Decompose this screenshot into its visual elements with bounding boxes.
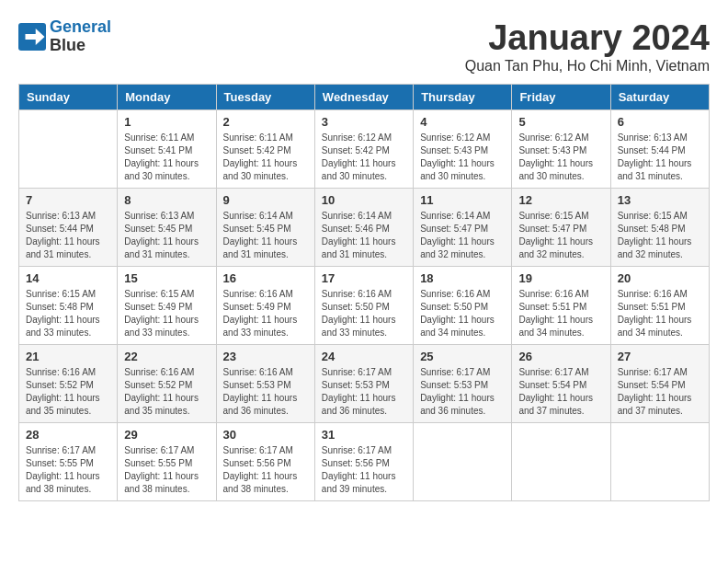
day-info: Sunrise: 6:16 AM Sunset: 5:50 PM Dayligh… xyxy=(420,288,505,339)
calendar-cell: 11Sunrise: 6:14 AM Sunset: 5:47 PM Dayli… xyxy=(414,189,512,267)
calendar-cell: 1Sunrise: 6:11 AM Sunset: 5:41 PM Daylig… xyxy=(118,110,216,189)
day-info: Sunrise: 6:16 AM Sunset: 5:52 PM Dayligh… xyxy=(26,366,110,418)
calendar-table: SundayMondayTuesdayWednesdayThursdayFrid… xyxy=(18,84,710,501)
calendar-cell: 10Sunrise: 6:14 AM Sunset: 5:46 PM Dayli… xyxy=(314,189,413,267)
day-number: 20 xyxy=(618,271,702,285)
day-number: 21 xyxy=(26,350,110,363)
day-number: 29 xyxy=(124,428,209,442)
logo-line1: General xyxy=(50,17,111,36)
week-row-2: 7Sunrise: 6:13 AM Sunset: 5:44 PM Daylig… xyxy=(19,189,710,267)
day-number: 24 xyxy=(322,350,406,363)
calendar-cell xyxy=(610,423,709,501)
column-header-friday: Friday xyxy=(512,85,610,110)
column-header-thursday: Thursday xyxy=(414,85,512,110)
calendar-cell: 20Sunrise: 6:16 AM Sunset: 5:51 PM Dayli… xyxy=(610,267,709,345)
calendar-cell: 14Sunrise: 6:15 AM Sunset: 5:48 PM Dayli… xyxy=(19,267,118,345)
day-number: 27 xyxy=(618,350,702,363)
week-row-3: 14Sunrise: 6:15 AM Sunset: 5:48 PM Dayli… xyxy=(19,267,710,345)
day-number: 12 xyxy=(518,193,603,207)
day-number: 3 xyxy=(322,115,406,129)
day-number: 31 xyxy=(322,428,406,442)
day-info: Sunrise: 6:11 AM Sunset: 5:42 PM Dayligh… xyxy=(223,132,308,183)
calendar-cell: 31Sunrise: 6:17 AM Sunset: 5:56 PM Dayli… xyxy=(314,423,413,501)
day-info: Sunrise: 6:17 AM Sunset: 5:54 PM Dayligh… xyxy=(618,366,702,418)
calendar-cell: 27Sunrise: 6:17 AM Sunset: 5:54 PM Dayli… xyxy=(610,345,709,423)
day-info: Sunrise: 6:15 AM Sunset: 5:48 PM Dayligh… xyxy=(618,210,702,261)
location-title: Quan Tan Phu, Ho Chi Minh, Vietnam xyxy=(465,58,710,75)
calendar-cell xyxy=(414,423,512,501)
week-row-1: 1Sunrise: 6:11 AM Sunset: 5:41 PM Daylig… xyxy=(19,110,710,189)
day-info: Sunrise: 6:17 AM Sunset: 5:55 PM Dayligh… xyxy=(26,444,110,496)
day-info: Sunrise: 6:13 AM Sunset: 5:44 PM Dayligh… xyxy=(618,132,702,183)
day-number: 25 xyxy=(420,350,505,363)
calendar-cell: 28Sunrise: 6:17 AM Sunset: 5:55 PM Dayli… xyxy=(19,423,118,501)
calendar-header-row: SundayMondayTuesdayWednesdayThursdayFrid… xyxy=(19,85,710,110)
day-info: Sunrise: 6:16 AM Sunset: 5:49 PM Dayligh… xyxy=(223,288,308,339)
day-number: 28 xyxy=(26,428,110,442)
day-number: 5 xyxy=(518,115,603,129)
day-number: 26 xyxy=(518,350,603,363)
day-number: 9 xyxy=(223,193,308,207)
day-number: 16 xyxy=(223,271,308,285)
calendar-cell: 25Sunrise: 6:17 AM Sunset: 5:53 PM Dayli… xyxy=(414,345,512,423)
calendar-cell: 15Sunrise: 6:15 AM Sunset: 5:49 PM Dayli… xyxy=(118,267,216,345)
title-section: January 2024 Quan Tan Phu, Ho Chi Minh, … xyxy=(465,18,710,75)
calendar-cell: 3Sunrise: 6:12 AM Sunset: 5:42 PM Daylig… xyxy=(314,110,413,189)
calendar-cell: 6Sunrise: 6:13 AM Sunset: 5:44 PM Daylig… xyxy=(610,110,709,189)
day-number: 22 xyxy=(124,350,209,363)
logo-icon xyxy=(18,23,46,51)
calendar-cell: 5Sunrise: 6:12 AM Sunset: 5:43 PM Daylig… xyxy=(512,110,610,189)
calendar-cell: 17Sunrise: 6:16 AM Sunset: 5:50 PM Dayli… xyxy=(314,267,413,345)
day-number: 13 xyxy=(618,193,702,207)
day-info: Sunrise: 6:13 AM Sunset: 5:44 PM Dayligh… xyxy=(26,210,110,261)
calendar-cell: 4Sunrise: 6:12 AM Sunset: 5:43 PM Daylig… xyxy=(414,110,512,189)
calendar-cell: 23Sunrise: 6:16 AM Sunset: 5:53 PM Dayli… xyxy=(216,345,314,423)
day-info: Sunrise: 6:16 AM Sunset: 5:50 PM Dayligh… xyxy=(322,288,406,339)
column-header-wednesday: Wednesday xyxy=(314,85,413,110)
column-header-monday: Monday xyxy=(118,85,216,110)
logo: General Blue xyxy=(18,18,111,55)
day-info: Sunrise: 6:14 AM Sunset: 5:47 PM Dayligh… xyxy=(420,210,505,261)
calendar-cell: 29Sunrise: 6:17 AM Sunset: 5:55 PM Dayli… xyxy=(118,423,216,501)
day-info: Sunrise: 6:17 AM Sunset: 5:56 PM Dayligh… xyxy=(322,444,406,496)
day-info: Sunrise: 6:14 AM Sunset: 5:46 PM Dayligh… xyxy=(322,210,406,261)
day-info: Sunrise: 6:17 AM Sunset: 5:54 PM Dayligh… xyxy=(518,366,603,418)
day-number: 7 xyxy=(26,193,110,207)
calendar-cell: 13Sunrise: 6:15 AM Sunset: 5:48 PM Dayli… xyxy=(610,189,709,267)
calendar-cell: 22Sunrise: 6:16 AM Sunset: 5:52 PM Dayli… xyxy=(118,345,216,423)
day-info: Sunrise: 6:12 AM Sunset: 5:42 PM Dayligh… xyxy=(322,132,406,183)
column-header-sunday: Sunday xyxy=(19,85,118,110)
day-number: 15 xyxy=(124,271,209,285)
day-number: 6 xyxy=(618,115,702,129)
logo-text: General Blue xyxy=(50,18,111,55)
day-info: Sunrise: 6:12 AM Sunset: 5:43 PM Dayligh… xyxy=(420,132,505,183)
day-number: 23 xyxy=(223,350,308,363)
day-number: 17 xyxy=(322,271,406,285)
calendar-cell: 24Sunrise: 6:17 AM Sunset: 5:53 PM Dayli… xyxy=(314,345,413,423)
calendar-cell: 26Sunrise: 6:17 AM Sunset: 5:54 PM Dayli… xyxy=(512,345,610,423)
day-number: 2 xyxy=(223,115,308,129)
calendar-cell: 8Sunrise: 6:13 AM Sunset: 5:45 PM Daylig… xyxy=(118,189,216,267)
day-info: Sunrise: 6:15 AM Sunset: 5:47 PM Dayligh… xyxy=(518,210,603,261)
calendar-cell: 21Sunrise: 6:16 AM Sunset: 5:52 PM Dayli… xyxy=(19,345,118,423)
calendar-cell: 30Sunrise: 6:17 AM Sunset: 5:56 PM Dayli… xyxy=(216,423,314,501)
day-info: Sunrise: 6:17 AM Sunset: 5:53 PM Dayligh… xyxy=(322,366,406,418)
day-info: Sunrise: 6:13 AM Sunset: 5:45 PM Dayligh… xyxy=(124,210,209,261)
calendar-cell xyxy=(512,423,610,501)
day-number: 14 xyxy=(26,271,110,285)
day-number: 11 xyxy=(420,193,505,207)
month-title: January 2024 xyxy=(465,18,710,58)
page-header: General Blue January 2024 Quan Tan Phu, … xyxy=(18,18,710,75)
day-info: Sunrise: 6:17 AM Sunset: 5:55 PM Dayligh… xyxy=(124,444,209,496)
logo-line2: Blue xyxy=(50,37,111,55)
column-header-tuesday: Tuesday xyxy=(216,85,314,110)
day-number: 18 xyxy=(420,271,505,285)
day-info: Sunrise: 6:17 AM Sunset: 5:56 PM Dayligh… xyxy=(223,444,308,496)
week-row-5: 28Sunrise: 6:17 AM Sunset: 5:55 PM Dayli… xyxy=(19,423,710,501)
day-info: Sunrise: 6:16 AM Sunset: 5:53 PM Dayligh… xyxy=(223,366,308,418)
calendar-cell: 7Sunrise: 6:13 AM Sunset: 5:44 PM Daylig… xyxy=(19,189,118,267)
day-number: 8 xyxy=(124,193,209,207)
day-number: 30 xyxy=(223,428,308,442)
calendar-cell: 12Sunrise: 6:15 AM Sunset: 5:47 PM Dayli… xyxy=(512,189,610,267)
calendar-cell: 9Sunrise: 6:14 AM Sunset: 5:45 PM Daylig… xyxy=(216,189,314,267)
